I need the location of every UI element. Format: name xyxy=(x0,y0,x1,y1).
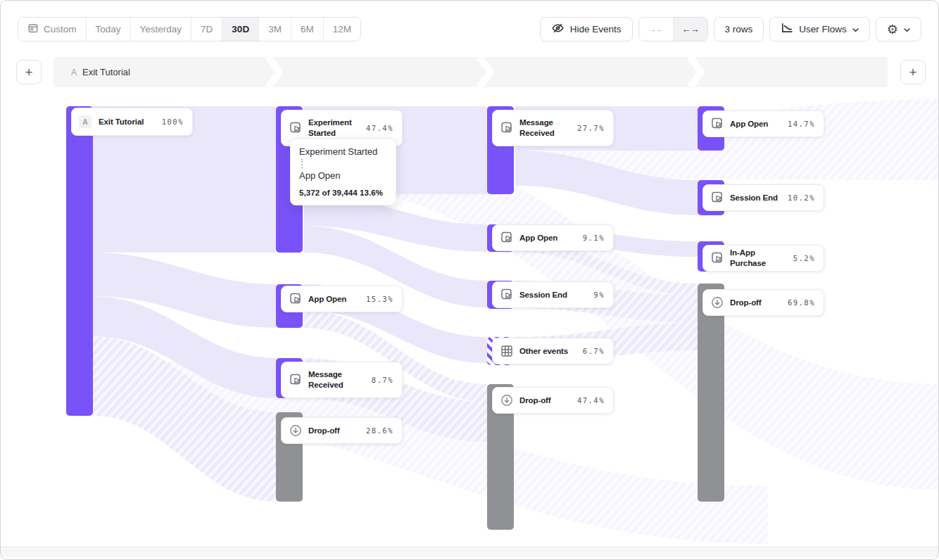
node-label: In-App Purchase xyxy=(730,248,788,269)
event-cursor-icon xyxy=(500,231,514,245)
chevron-down-icon xyxy=(904,24,910,34)
node-percent: 27.7% xyxy=(577,124,605,132)
node-percent: 15.3% xyxy=(366,295,393,303)
step-divider-chevron xyxy=(477,57,493,87)
flow-node-card-c3-other[interactable]: Other events6.7% xyxy=(492,338,614,364)
flow-node-card-c4-app[interactable]: App Open14.7% xyxy=(702,110,824,137)
step-divider-chevron xyxy=(265,57,282,87)
date-range-7d[interactable]: 7D xyxy=(191,18,222,41)
steps-bar[interactable]: A Exit Tutorial xyxy=(53,57,888,87)
node-percent: 100% xyxy=(162,117,184,126)
tooltip-stat: 5,372 of 39,444 13.6% xyxy=(299,189,387,197)
event-cursor-icon xyxy=(289,292,303,306)
node-percent: 9% xyxy=(593,291,605,299)
node-label: Message Received xyxy=(519,117,572,139)
node-label: App Open xyxy=(308,294,360,305)
eye-off-icon xyxy=(551,22,565,37)
toolbar-right: Hide Events →← ←→ 3 rows User Flows xyxy=(540,17,921,42)
node-label: App Open xyxy=(730,119,782,129)
flow-node-card-c1-exit[interactable]: AExit Tutorial100% xyxy=(71,108,193,136)
tooltip-connector xyxy=(301,159,303,168)
node-label: Drop-off xyxy=(308,426,360,436)
flow-node-card-c4-ses[interactable]: Session End10.2% xyxy=(702,184,824,211)
node-label: Session End xyxy=(730,193,782,203)
node-percent: 47.4% xyxy=(577,396,605,405)
user-flows-chart-icon xyxy=(781,23,793,36)
step-letter-badge: A xyxy=(79,115,93,128)
drop-off-icon xyxy=(710,295,724,310)
add-step-left-button[interactable]: + xyxy=(16,60,42,84)
flow-tooltip: Experiment Started App Open 5,372 of 39,… xyxy=(290,139,396,205)
flow-node-card-c2-msg[interactable]: Message Received8.7% xyxy=(281,362,403,398)
collapse-columns-button[interactable]: →← xyxy=(639,18,673,41)
date-range-custom[interactable]: Custom xyxy=(18,18,86,41)
flow-node-card-c4-drop[interactable]: Drop-off69.8% xyxy=(702,289,824,316)
user-flows-app: AExit Tutorial100%Experiment Started47.4… xyxy=(0,0,939,560)
drop-off-icon xyxy=(500,393,514,407)
date-range-selector: Custom Today Yesterday 7D 30D 3M 6M 12M xyxy=(18,17,361,42)
flow-node-card-c3-ses[interactable]: Session End9% xyxy=(492,281,614,308)
drop-off-icon xyxy=(289,424,303,438)
flow-node-card-c3-drop[interactable]: Drop-off47.4% xyxy=(492,387,614,414)
collapse-icon: →← xyxy=(648,24,664,34)
flow-node-card-c2-drop[interactable]: Drop-off28.6% xyxy=(281,417,403,444)
expand-icon: ←→ xyxy=(682,24,699,34)
node-label: Other events xyxy=(519,346,577,357)
horizontal-scrollbar-track[interactable] xyxy=(1,547,938,557)
step-letter: A xyxy=(71,68,77,77)
date-range-yesterday[interactable]: Yesterday xyxy=(130,18,191,41)
node-percent: 14.7% xyxy=(788,120,815,128)
step-title: Exit Tutorial xyxy=(82,67,130,77)
flow-node-card-c4-iap[interactable]: In-App Purchase5.2% xyxy=(702,245,824,272)
node-percent: 69.8% xyxy=(788,298,815,307)
node-percent: 6.7% xyxy=(583,347,605,355)
settings-button[interactable]: ⚙ xyxy=(876,17,921,42)
width-toggle-group: →← ←→ xyxy=(638,17,708,42)
chevron-down-icon xyxy=(852,24,859,34)
node-percent: 9.1% xyxy=(583,234,605,242)
calendar-icon xyxy=(27,23,39,36)
event-cursor-icon xyxy=(289,121,303,135)
expand-columns-button[interactable]: ←→ xyxy=(673,18,707,41)
add-step-right-button[interactable]: + xyxy=(900,60,926,84)
node-percent: 47.4% xyxy=(366,124,393,132)
toolbar: Custom Today Yesterday 7D 30D 3M 6M 12M … xyxy=(1,1,938,53)
date-range-6m[interactable]: 6M xyxy=(291,18,323,41)
node-label: Experiment Started xyxy=(308,117,360,139)
date-range-12m[interactable]: 12M xyxy=(323,18,360,41)
hide-events-button[interactable]: Hide Events xyxy=(540,17,633,42)
gear-icon: ⚙ xyxy=(887,23,898,36)
date-range-3m[interactable]: 3M xyxy=(258,18,291,41)
node-label: Exit Tutorial xyxy=(99,117,156,127)
node-percent: 10.2% xyxy=(788,193,815,202)
event-cursor-icon xyxy=(289,373,303,387)
node-percent: 28.6% xyxy=(366,426,393,435)
chart-type-button[interactable]: User Flows xyxy=(769,17,870,42)
event-cursor-icon xyxy=(500,288,514,302)
event-cursor-icon xyxy=(710,117,724,131)
node-label: App Open xyxy=(519,233,577,243)
flow-node-card-c3-app[interactable]: App Open9.1% xyxy=(492,224,614,251)
badge-letter: A xyxy=(79,115,92,128)
event-cursor-icon xyxy=(500,121,514,135)
flow-node-bar-c4-drop[interactable] xyxy=(698,284,724,502)
node-label: Message Received xyxy=(308,369,366,390)
grid-icon xyxy=(500,344,514,358)
step-a-label: A Exit Tutorial xyxy=(71,57,130,87)
rows-button[interactable]: 3 rows xyxy=(714,17,764,42)
node-label: Drop-off xyxy=(730,298,782,308)
flow-node-bar-c1-exit[interactable] xyxy=(66,106,93,416)
flow-node-card-c3-msg[interactable]: Message Received27.7% xyxy=(492,110,614,146)
node-label: Session End xyxy=(519,290,588,300)
date-range-label: Custom xyxy=(44,24,77,34)
event-cursor-icon xyxy=(710,251,724,265)
tooltip-source-event: Experiment Started xyxy=(299,146,387,157)
node-label: Drop-off xyxy=(519,395,572,406)
step-divider-chevron xyxy=(687,57,704,87)
flow-node-card-c2-app[interactable]: App Open15.3% xyxy=(281,286,403,312)
date-range-today[interactable]: Today xyxy=(86,18,130,41)
node-percent: 8.7% xyxy=(372,376,393,384)
node-percent: 5.2% xyxy=(793,254,815,262)
event-cursor-icon xyxy=(710,191,724,205)
date-range-30d[interactable]: 30D xyxy=(222,18,258,41)
